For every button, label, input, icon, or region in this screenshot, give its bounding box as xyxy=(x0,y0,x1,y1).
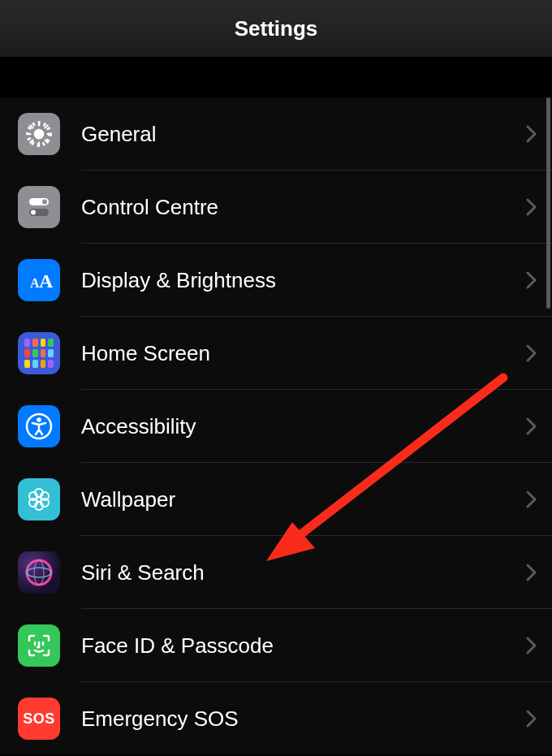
svg-point-0 xyxy=(35,130,44,139)
siri-icon xyxy=(18,551,60,594)
svg-point-9 xyxy=(37,417,41,422)
settings-item-accessibility[interactable]: Accessibility xyxy=(0,390,552,463)
chevron-right-icon xyxy=(526,198,537,216)
row-label: Display & Brightness xyxy=(81,268,526,293)
row-label: Control Centre xyxy=(81,195,526,220)
text-size-icon: A A xyxy=(18,259,60,301)
faceid-icon xyxy=(18,624,60,667)
chevron-right-icon xyxy=(526,125,537,143)
settings-item-emergency-sos[interactable]: SOS Emergency SOS xyxy=(0,682,552,755)
chevron-right-icon xyxy=(526,271,537,289)
settings-item-general[interactable]: General xyxy=(0,97,552,171)
settings-item-siri-search[interactable]: Siri & Search xyxy=(0,536,552,609)
chevron-right-icon xyxy=(526,417,537,435)
settings-item-wallpaper[interactable]: Wallpaper xyxy=(0,463,552,536)
chevron-right-icon xyxy=(526,710,537,728)
svg-point-5 xyxy=(31,210,36,215)
svg-text:A: A xyxy=(39,270,54,292)
svg-point-18 xyxy=(27,568,51,577)
accessibility-icon xyxy=(18,405,60,447)
svg-point-16 xyxy=(37,497,41,502)
gear-icon xyxy=(18,113,60,155)
svg-point-3 xyxy=(42,200,47,205)
row-label: Home Screen xyxy=(81,341,526,366)
chevron-right-icon xyxy=(526,490,537,508)
page-title: Settings xyxy=(235,16,318,41)
chevron-right-icon xyxy=(526,637,537,654)
section-gap xyxy=(0,57,552,97)
svg-point-17 xyxy=(27,560,51,585)
settings-list: General Control Centre A A Display & B xyxy=(0,97,552,755)
row-label: Emergency SOS xyxy=(81,706,526,732)
switches-icon xyxy=(18,186,60,228)
chevron-right-icon xyxy=(526,344,537,362)
svg-point-19 xyxy=(34,560,44,585)
settings-item-display-brightness[interactable]: A A Display & Brightness xyxy=(0,244,552,317)
chevron-right-icon xyxy=(526,564,537,581)
scrollbar[interactable] xyxy=(546,97,550,309)
settings-item-control-centre[interactable]: Control Centre xyxy=(0,171,552,244)
row-label: Face ID & Passcode xyxy=(81,633,526,659)
flower-icon xyxy=(18,478,60,521)
navbar: Settings xyxy=(0,0,552,57)
row-label: Accessibility xyxy=(81,414,526,439)
row-label: Siri & Search xyxy=(81,560,526,585)
settings-item-home-screen[interactable]: Home Screen xyxy=(0,317,552,390)
row-label: Wallpaper xyxy=(81,487,526,512)
row-label: General xyxy=(81,122,526,147)
sos-icon: SOS xyxy=(18,698,60,740)
home-grid-icon xyxy=(18,332,60,374)
settings-item-faceid-passcode[interactable]: Face ID & Passcode xyxy=(0,609,552,682)
